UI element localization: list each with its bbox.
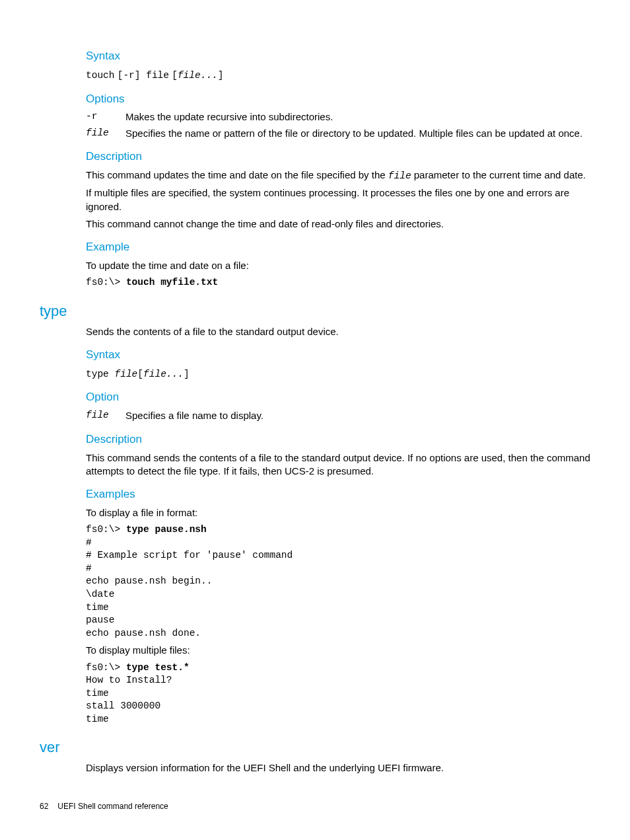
option-desc-r: Makes the update recursive into subdirec… — [125, 110, 590, 124]
option-desc-file: Specifies the name or pattern of the fil… — [125, 127, 590, 140]
type-syntax-brk-open: [ — [137, 369, 143, 379]
touch-syntax-cmd: touch — [86, 70, 115, 81]
type-desc-p1: This command sends the contents of a fil… — [86, 451, 590, 478]
heading-examples: Examples — [86, 487, 590, 502]
type-syntax-file2: file... — [143, 369, 184, 379]
page-footer: 62 UEFI Shell command reference — [40, 801, 590, 812]
option-row: file Specifies the name or pattern of th… — [86, 127, 590, 140]
type-ex2-intro: To display multiple files: — [86, 644, 590, 657]
type-syntax-line: type file[file...] — [86, 367, 590, 381]
prompt: fs0:\> — [86, 662, 126, 673]
heading-option: Option — [86, 390, 590, 405]
touch-syntax-line: touch [-r] file [file...] — [86, 68, 590, 83]
command: touch myfile.txt — [126, 277, 218, 287]
option-term-file: file — [86, 409, 125, 422]
inline-code-file: file — [388, 171, 411, 181]
type-syntax-brk-close: ] — [184, 369, 190, 379]
touch-ex-code: fs0:\> touch myfile.txt — [86, 276, 590, 289]
type-syntax-file1: file — [115, 369, 138, 379]
touch-syntax-file-var: file... — [178, 70, 218, 81]
type-ex2-code: fs0:\> type test.* How to Install? time … — [86, 662, 590, 726]
heading-description: Description — [86, 149, 590, 165]
option-term-r: -r — [86, 110, 125, 124]
type-ex1-code: fs0:\> type pause.nsh # # Example script… — [86, 523, 590, 640]
option-row: -r Makes the update recursive into subdi… — [86, 110, 590, 124]
heading-syntax: Syntax — [86, 348, 590, 363]
prompt: fs0:\> — [86, 524, 126, 535]
text: This command updates the time and date o… — [86, 169, 388, 180]
footer-title: UEFI Shell command reference — [57, 801, 168, 812]
touch-syntax-brk-open: [ — [172, 70, 178, 81]
touch-desc-p3: This command cannot change the time and … — [86, 217, 590, 231]
type-syntax-cmd: type — [86, 369, 115, 379]
command: type pause.nsh — [126, 524, 207, 535]
option-term-file: file — [86, 127, 125, 140]
prompt: fs0:\> — [86, 277, 126, 287]
output: How to Install? time stall 3000000 time — [86, 675, 172, 724]
page-number: 62 — [40, 801, 48, 812]
type-ex1-intro: To display a file in format: — [86, 506, 590, 519]
touch-syntax-opts: [-r] file — [118, 70, 169, 81]
output: # # Example script for 'pause' command #… — [86, 537, 293, 638]
text: parameter to the current time and date. — [411, 169, 586, 180]
heading-description: Description — [86, 432, 590, 447]
touch-ex-intro: To update the time and date on a file: — [86, 259, 590, 272]
touch-desc-p1: This command updates the time and date o… — [86, 169, 590, 183]
command: type test.* — [126, 662, 190, 673]
heading-syntax: Syntax — [86, 49, 590, 64]
touch-desc-p2: If multiple files are specified, the sys… — [86, 186, 590, 213]
type-intro: Sends the contents of a file to the stan… — [86, 325, 590, 338]
touch-syntax-brk-close: ] — [218, 70, 224, 81]
option-desc-file: Specifies a file name to display. — [125, 409, 590, 422]
heading-type: type — [40, 301, 590, 321]
ver-intro: Displays version information for the UEF… — [86, 761, 590, 775]
heading-options: Options — [86, 92, 590, 107]
heading-ver: ver — [40, 738, 590, 757]
heading-example: Example — [86, 240, 590, 255]
option-row: file Specifies a file name to display. — [86, 409, 590, 422]
